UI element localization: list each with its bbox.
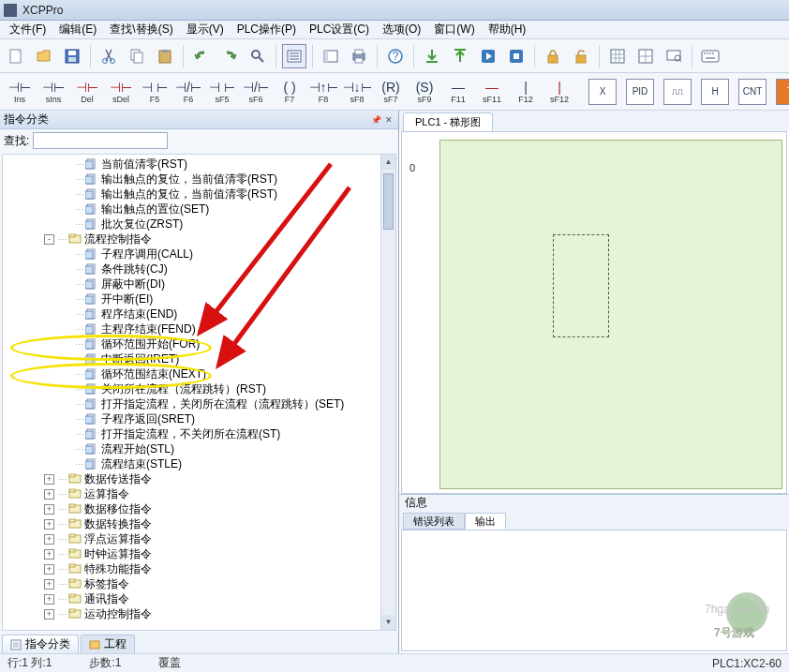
save-button[interactable] (60, 44, 84, 68)
instr-right-3[interactable]: H (701, 79, 729, 105)
tree-item[interactable]: ⋯循环范围结束(NEXT) (3, 366, 395, 381)
print-button[interactable] (347, 44, 371, 68)
tree-item[interactable]: +⋯通讯指令 (3, 591, 395, 606)
grid1-button[interactable] (605, 44, 630, 68)
instr-sf11[interactable]: —sF11 (478, 76, 506, 108)
instruction-tree[interactable]: ⋯当前值清零(RST)⋯输出触点的复位，当前值清零(RST)⋯输出触点的复位，当… (2, 154, 396, 631)
tree-item[interactable]: +⋯运动控制指令 (3, 606, 395, 621)
ladder-view-button[interactable] (282, 44, 306, 68)
expand-icon[interactable]: + (44, 474, 54, 485)
find-button[interactable] (246, 44, 270, 68)
tree-item[interactable]: ⋯当前值清零(RST) (3, 157, 395, 172)
instr-right-1[interactable]: PID (626, 79, 654, 105)
tree-item[interactable]: ⋯流程开始(STL) (3, 441, 395, 456)
expand-icon[interactable]: + (44, 519, 54, 530)
expand-icon[interactable]: + (44, 564, 54, 575)
paste-button[interactable] (153, 44, 177, 68)
open-button[interactable] (32, 44, 56, 68)
tree-item[interactable]: ⋯中断返回(IRET) (3, 351, 395, 366)
instr-f6[interactable]: ⊣/⊢F6 (174, 76, 202, 108)
instr-sins[interactable]: ⊣⊢sIns (39, 76, 67, 108)
unlock-button[interactable] (569, 44, 593, 68)
tree-item[interactable]: ⋯程序结束(END) (3, 306, 395, 321)
tree-item[interactable]: +⋯标签指令 (3, 576, 395, 591)
instr-right-4[interactable]: CNT (738, 79, 767, 105)
tab-errors[interactable]: 错误列表 (403, 513, 465, 530)
menu-find[interactable]: 查找\替换(S) (104, 20, 178, 39)
download-button[interactable] (420, 44, 444, 68)
menu-plc-op[interactable]: PLC操作(P) (231, 20, 302, 39)
keyboard-button[interactable] (698, 44, 722, 68)
tab-project[interactable]: 工程 (81, 635, 135, 653)
search-input[interactable] (33, 132, 168, 149)
expand-icon[interactable]: + (44, 489, 54, 500)
cut-button[interactable] (97, 44, 121, 68)
menu-help[interactable]: 帮助(H) (483, 20, 532, 39)
doc-tab-plc1[interactable]: PLC1 - 梯形图 (403, 112, 493, 131)
tab-output[interactable]: 输出 (465, 513, 506, 530)
copy-button[interactable] (125, 44, 149, 68)
tree-item[interactable]: ⋯输出触点的复位，当前值清零(RST) (3, 187, 395, 202)
tree-item[interactable]: ⋯输出触点的复位，当前值清零(RST) (3, 172, 395, 187)
menu-plc-set[interactable]: PLC设置(C) (304, 20, 375, 39)
instr-right-2[interactable]: ⎍⎍ (663, 79, 692, 105)
stop-button[interactable] (504, 44, 528, 68)
instr-f12[interactable]: |F12 (512, 76, 540, 108)
ladder-editor[interactable]: 0 (401, 131, 787, 494)
instr-sf5[interactable]: ⊣ ⊢sF5 (208, 76, 236, 108)
instr-right-0[interactable]: X (588, 79, 617, 105)
tree-item[interactable]: ⋯条件跳转(CJ) (3, 261, 395, 276)
instr-sdel[interactable]: ⊣⊢sDel (107, 76, 135, 108)
run-button[interactable] (476, 44, 500, 68)
tree-item[interactable]: ⋯打开指定流程，不关闭所在流程(ST) (3, 426, 395, 441)
tree-scrollbar[interactable]: ▲ ▼ (380, 155, 395, 630)
instr-f5[interactable]: ⊣ ⊢F5 (141, 76, 169, 108)
help-button[interactable]: ? (383, 44, 408, 68)
expand-icon[interactable]: + (44, 534, 54, 545)
tree-item[interactable]: +⋯特殊功能指令 (3, 561, 395, 576)
menu-file[interactable]: 文件(F) (4, 20, 52, 39)
expand-icon[interactable]: + (44, 504, 54, 515)
instr-sf8[interactable]: ⊣↓⊢sF8 (343, 76, 371, 108)
instr-right-5[interactable]: T (776, 79, 789, 105)
tree-item[interactable]: ⋯主程序结束(FEND) (3, 321, 395, 336)
menu-edit[interactable]: 编辑(E) (53, 20, 102, 39)
expand-icon[interactable]: + (44, 549, 54, 560)
expand-icon[interactable]: + (44, 579, 54, 590)
menu-option[interactable]: 选项(O) (377, 20, 426, 39)
expand-icon[interactable]: + (44, 594, 54, 605)
tree-item[interactable]: -⋯流程控制指令 (3, 231, 395, 246)
instr-f7[interactable]: ( )F7 (275, 76, 304, 108)
tree-item[interactable]: ⋯子程序调用(CALL) (3, 246, 395, 261)
instr-sf7[interactable]: (R)sF7 (377, 76, 405, 108)
instr-f8[interactable]: ⊣↑⊢F8 (309, 76, 337, 108)
instr-sf6[interactable]: ⊣/⊢sF6 (242, 76, 270, 108)
tree-item[interactable]: +⋯时钟运算指令 (3, 546, 395, 561)
tree-item[interactable]: ⋯开中断(EI) (3, 291, 395, 306)
instr-sf12[interactable]: |sF12 (545, 76, 573, 108)
expand-icon[interactable]: - (44, 234, 54, 245)
tree-item[interactable]: ⋯批次复位(ZRST) (3, 217, 395, 231)
tree-item[interactable]: +⋯运算指令 (3, 486, 395, 501)
instr-ins[interactable]: ⊣⊢Ins (6, 76, 34, 108)
tree-item[interactable]: +⋯浮点运算指令 (3, 531, 395, 546)
new-button[interactable] (4, 44, 28, 68)
tree-item[interactable]: ⋯打开指定流程，关闭所在流程（流程跳转）(SET) (3, 396, 395, 411)
tree-item[interactable]: ⋯子程序返回(SRET) (3, 411, 395, 426)
redo-button[interactable] (217, 44, 242, 68)
tree-item[interactable]: ⋯输出触点的置位(SET) (3, 202, 395, 217)
tab-instructions[interactable]: 指令分类 (2, 635, 79, 653)
expand-icon[interactable]: + (44, 609, 54, 620)
instr-f11[interactable]: —F11 (444, 76, 472, 108)
menu-view[interactable]: 显示(V) (181, 20, 230, 39)
tree-item[interactable]: +⋯数据转换指令 (3, 516, 395, 531)
tree-item[interactable]: ⋯流程结束(STLE) (3, 456, 395, 471)
lock-button[interactable] (541, 44, 565, 68)
tree-item[interactable]: +⋯数据传送指令 (3, 471, 395, 486)
tree-item[interactable]: ⋯循环范围开始(FOR) (3, 336, 395, 351)
tree-item[interactable]: ⋯屏蔽中断(DI) (3, 276, 395, 291)
close-icon[interactable]: ✕ (383, 114, 394, 126)
menu-window[interactable]: 窗口(W) (428, 20, 480, 39)
list-view-button[interactable] (319, 44, 343, 68)
monitor-button[interactable] (662, 44, 686, 68)
